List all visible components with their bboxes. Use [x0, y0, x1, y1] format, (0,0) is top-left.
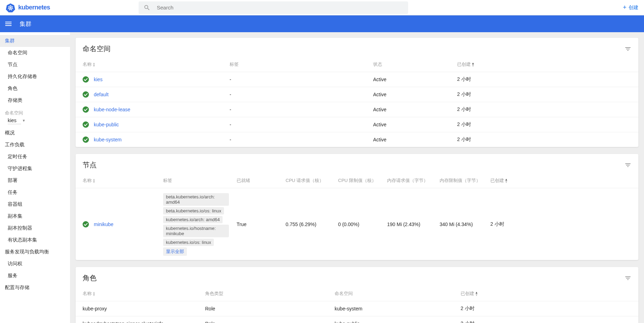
top-bar: kubernetes + 创建	[0, 0, 644, 15]
search-input[interactable]	[157, 5, 403, 10]
page-title: 集群	[20, 20, 31, 28]
kubernetes-logo-icon	[6, 3, 15, 13]
roles-table: 名称▲▼ 角色类型 命名空间 已创建▲▼ kube-proxyRolekube-…	[76, 286, 638, 323]
label-chip: beta.kubernetes.io/os: linux	[163, 207, 224, 215]
label-chip: kubernetes.io/hostname: minikube	[163, 225, 229, 237]
logo[interactable]: kubernetes	[6, 3, 139, 13]
status-ok-icon	[83, 106, 89, 113]
col-name[interactable]: 名称	[83, 62, 92, 67]
table-row: kube-system-Active2 小时	[76, 132, 638, 147]
namespace-selector[interactable]: kies ▼	[0, 118, 70, 123]
menu-icon[interactable]	[4, 20, 13, 28]
namespaces-card: 命名空间 名称▲▼ 标签 状态 已创建▲▼ kies-Active2 小时def…	[76, 38, 638, 147]
sidebar-item[interactable]: 守护进程集	[0, 163, 70, 175]
col-labels[interactable]: 标签	[163, 178, 172, 183]
namespace-selected: kies	[8, 118, 16, 123]
status-ok-icon	[83, 76, 89, 83]
sidebar-section-namespace: 命名空间	[0, 106, 70, 118]
table-row: minikubebeta.kubernetes.io/arch: amd64be…	[76, 188, 638, 260]
nodes-title: 节点	[83, 160, 624, 170]
label-chip: kubernetes.io/arch: amd64	[163, 216, 223, 223]
create-button[interactable]: + 创建	[623, 4, 638, 11]
search-box[interactable]	[139, 1, 408, 14]
label-chip: beta.kubernetes.io/arch: amd64	[163, 193, 229, 206]
namespace-link[interactable]: kube-public	[94, 122, 119, 127]
filter-icon[interactable]	[624, 45, 631, 52]
table-row: kube-node-lease-Active2 小时	[76, 102, 638, 117]
sidebar-item[interactable]: 容器组	[0, 198, 70, 210]
namespace-link[interactable]: kube-node-lease	[94, 107, 130, 112]
col-status[interactable]: 状态	[373, 62, 382, 67]
role-name[interactable]: kubeadm:bootstrap-signer-clusterinfo	[76, 316, 202, 323]
status-ok-icon	[83, 221, 89, 227]
sidebar-item[interactable]: 命名空间	[0, 47, 70, 59]
table-row: kubeadm:bootstrap-signer-clusterinfoRole…	[76, 316, 638, 323]
sidebar-item[interactable]: 任务	[0, 187, 70, 198]
sidebar-item[interactable]: 角色	[0, 83, 70, 94]
sidebar: 集群 命名空间节点持久化存储卷角色存储类 命名空间 kies ▼ 概况 工作负载…	[0, 32, 70, 323]
status-ok-icon	[83, 136, 89, 143]
sidebar-item[interactable]: 服务	[0, 270, 70, 282]
col-created[interactable]: 已创建	[490, 178, 504, 183]
sidebar-item[interactable]: 部署	[0, 175, 70, 187]
search-icon	[144, 4, 150, 11]
breadcrumb-bar: 集群	[0, 15, 644, 32]
chevron-down-icon: ▼	[22, 119, 26, 122]
roles-title: 角色	[83, 273, 624, 283]
sidebar-item-cluster[interactable]: 集群	[0, 35, 70, 47]
col-type[interactable]: 角色类型	[205, 291, 223, 296]
sidebar-item[interactable]: 副本控制器	[0, 222, 70, 234]
col-name[interactable]: 名称	[83, 178, 92, 183]
table-row: kube-public-Active2 小时	[76, 117, 638, 132]
plus-icon: +	[623, 4, 626, 11]
namespace-link[interactable]: kies	[94, 77, 103, 82]
sidebar-item-config[interactable]: 配置与存储	[0, 282, 70, 294]
namespace-link[interactable]: default	[94, 92, 108, 97]
sidebar-item[interactable]: 节点	[0, 59, 70, 71]
namespaces-title: 命名空间	[83, 44, 624, 54]
col-ready[interactable]: 已就绪	[237, 178, 250, 183]
col-name[interactable]: 名称	[83, 291, 92, 296]
sidebar-item[interactable]: 定时任务	[0, 151, 70, 163]
show-all-labels[interactable]: 显示全部	[163, 247, 187, 256]
col-mem-req[interactable]: 内存请求值（字节）	[387, 178, 428, 183]
col-ns[interactable]: 命名空间	[335, 291, 353, 296]
sidebar-item[interactable]: 有状态副本集	[0, 234, 70, 246]
col-labels[interactable]: 标签	[230, 62, 239, 67]
col-cpu-lim[interactable]: CPU 限制值（核）	[338, 178, 376, 183]
nodes-table: 名称▲▼ 标签 已就绪 CPU 请求值（核） CPU 限制值（核） 内存请求值（…	[76, 173, 638, 260]
table-row: default-Active2 小时	[76, 87, 638, 102]
filter-icon[interactable]	[624, 162, 631, 169]
sidebar-item-overview[interactable]: 概况	[0, 127, 70, 139]
table-row: kube-proxyRolekube-system2 小时	[76, 301, 638, 316]
filter-icon[interactable]	[624, 275, 631, 282]
label-chip: kubernetes.io/os: linux	[163, 239, 214, 246]
nodes-card: 节点 名称▲▼ 标签 已就绪 CPU 请求值（核） CPU 限制值（核） 内存请…	[76, 154, 638, 260]
brand-text: kubernetes	[18, 4, 50, 11]
node-link[interactable]: minikube	[94, 222, 113, 227]
col-mem-lim[interactable]: 内存限制值（字节）	[440, 178, 481, 183]
status-ok-icon	[83, 121, 89, 128]
col-created[interactable]: 已创建	[457, 62, 471, 67]
col-created[interactable]: 已创建	[461, 291, 474, 296]
status-ok-icon	[83, 91, 89, 98]
sidebar-item-discovery[interactable]: 服务发现与负载均衡	[0, 246, 70, 258]
create-label: 创建	[629, 5, 638, 11]
sidebar-item-workloads[interactable]: 工作负载	[0, 139, 70, 151]
role-name[interactable]: kube-proxy	[76, 301, 202, 316]
sidebar-item[interactable]: 持久化存储卷	[0, 71, 70, 83]
main-content: 命名空间 名称▲▼ 标签 状态 已创建▲▼ kies-Active2 小时def…	[70, 32, 644, 323]
namespace-link[interactable]: kube-system	[94, 137, 121, 142]
roles-card: 角色 名称▲▼ 角色类型 命名空间 已创建▲▼ kube-proxyRoleku…	[76, 267, 638, 323]
namespaces-table: 名称▲▼ 标签 状态 已创建▲▼ kies-Active2 小时default-…	[76, 57, 638, 147]
sidebar-item[interactable]: 存储类	[0, 94, 70, 106]
sidebar-item[interactable]: 副本集	[0, 210, 70, 222]
col-cpu-req[interactable]: CPU 请求值（核）	[286, 178, 324, 183]
table-row: kies-Active2 小时	[76, 72, 638, 87]
sidebar-item[interactable]: 访问权	[0, 258, 70, 270]
